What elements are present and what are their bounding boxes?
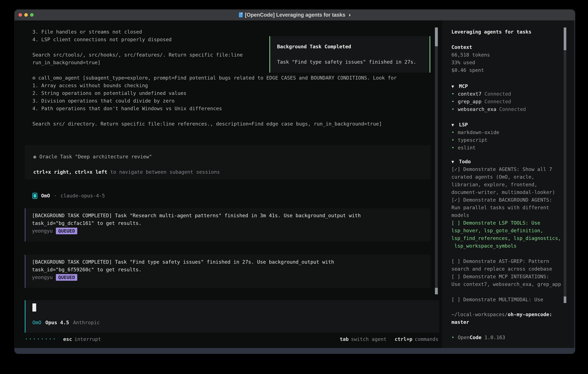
transcript-line	[32, 112, 433, 120]
status-badge: QUEUED	[56, 228, 77, 234]
mcp-section: ▼MCP •context7 Connected •grep_app Conne…	[452, 83, 564, 113]
context-header: Context	[452, 43, 564, 51]
session-title: Leveraging agents for tasks	[452, 28, 564, 36]
mcp-item-status-text: Connected	[499, 106, 526, 112]
todo-line: Use context7, websearch_exa, grep_app	[452, 280, 564, 288]
task-message-line1: [BACKGROUND TASK COMPLETED] Task "Resear…	[32, 212, 430, 219]
mcp-item-name: context7	[458, 91, 482, 97]
separator-dot: ·	[54, 192, 57, 200]
oracle-hint: ctrl+x right, ctrl+x left to navigate be…	[33, 168, 430, 176]
agent-name: OmO	[41, 192, 50, 200]
todo-line: search and replace across codebase	[452, 265, 564, 273]
sidebar-scrollbar-thumb-lower[interactable]	[564, 296, 566, 303]
traffic-lights	[19, 13, 33, 17]
bullet-icon: •	[452, 144, 458, 152]
minimize-button[interactable]	[24, 13, 28, 17]
mcp-item: •grep_app Connected	[452, 98, 564, 105]
task-message-line2: task_id="bg_6f59260c" to get results.	[32, 266, 430, 273]
prompt-input[interactable]: OmO Opus 4.5 Anthropic	[25, 300, 439, 333]
bullet-icon: •	[452, 90, 458, 98]
transcript-line: 3. Division operations that could divide…	[32, 97, 433, 105]
todo-header[interactable]: ▼Todo	[452, 158, 564, 166]
task-message-card[interactable]: [BACKGROUND TASK COMPLETED] Task "Find t…	[25, 255, 430, 288]
main-scrollbar-thumb[interactable]	[435, 28, 438, 46]
bullet-icon: •	[452, 334, 458, 341]
model-row: OmO Opus 4.5 Anthropic	[32, 319, 100, 326]
mcp-item-status	[496, 106, 499, 112]
todo-line: [ ] Demonstrate MCP INTEGRATIONS:	[452, 273, 564, 280]
bullet-icon: •	[452, 98, 458, 105]
task-message-meta: yeongyu QUEUED	[32, 227, 430, 235]
bullet-icon: •	[452, 136, 458, 144]
chevron-down-icon: ▼	[452, 158, 459, 166]
chevron-down-icon: ▼	[452, 121, 459, 129]
context-tokens: 66,518 tokens	[452, 51, 564, 59]
status-bar: •••••••• esc interrupt tab switch agent …	[25, 335, 438, 343]
sidebar-scrollbar-thumb[interactable]	[564, 28, 566, 50]
oracle-hint-text: to navigate between subagent sessions	[107, 169, 220, 175]
context-used: 33% used	[452, 59, 564, 66]
task-message-line2: task_id="bg_dcfac161" to get results.	[32, 219, 430, 227]
terminal-window: [OpenCode] Leveraging agents for tasks ◑…	[14, 10, 575, 354]
mcp-item-status-text: Connected	[484, 91, 511, 97]
transcript-line: 4. Path operations that don't handle Win…	[32, 105, 433, 112]
todo-line: [✓] Demonstrate AGENTS: Show all 7	[452, 166, 564, 173]
oracle-hint-keys: ctrl+x right, ctrl+x left	[33, 169, 107, 175]
oracle-task-title: Oracle Task "Deep architecture review"	[39, 154, 152, 159]
mcp-item-name: grep_app	[458, 99, 482, 104]
mcp-item-name: websearch_exa	[458, 106, 496, 112]
status-badge: QUEUED	[56, 274, 77, 281]
input-model-name[interactable]: Opus 4.5	[45, 319, 69, 326]
zoom-button[interactable]	[30, 13, 33, 17]
spinner-dots-icon: ••••••••	[25, 337, 57, 341]
mcp-header[interactable]: ▼MCP	[452, 83, 564, 90]
todo-line: librarian, explore, frontend,	[452, 181, 564, 188]
mcp-item: •websearch_exa Connected	[452, 105, 564, 113]
status-left: •••••••• esc interrupt	[25, 336, 101, 342]
input-provider-name: Anthropic	[73, 319, 100, 326]
workspace-block: ~/local-workspaces/oh-my-opencode: maste…	[452, 311, 564, 326]
session-busy-icon: ◑	[348, 12, 351, 18]
task-message-meta: yeongyu QUEUED	[32, 273, 430, 281]
lsp-item-name: typescript	[458, 137, 487, 143]
oracle-spacer	[33, 161, 430, 168]
sidebar-title-block: Leveraging agents for tasks	[452, 28, 564, 36]
bullet-icon: •	[452, 129, 458, 136]
todo-header-label: Todo	[459, 159, 471, 165]
lsp-header[interactable]: ▼LSP	[452, 121, 564, 129]
background-task-notification: Background Task Completed Task "Find typ…	[269, 36, 430, 73]
sidebar-scrollbar-track[interactable]	[564, 28, 566, 303]
main-scrollbar-track[interactable]	[435, 28, 438, 294]
todo-line: curated agents (OmO, oracle,	[452, 173, 564, 181]
close-button[interactable]	[19, 13, 22, 17]
lsp-header-label: LSP	[459, 122, 468, 128]
notification-spacer	[277, 51, 430, 58]
task-message-card[interactable]: [BACKGROUND TASK COMPLETED] Task "Resear…	[25, 208, 430, 241]
workspace-path: ~/local-workspaces/oh-my-opencode:	[452, 311, 564, 318]
version-line: •OpenCode 1.0.163	[452, 334, 564, 341]
agent-header: OmO · claude-opus-4-5	[32, 192, 105, 200]
notification-body: Task "Find type safety issues" finished …	[277, 58, 430, 66]
oracle-task-card[interactable]: ◉Oracle Task "Deep architecture review" …	[25, 145, 430, 179]
mcp-item: •context7 Connected	[452, 90, 564, 98]
oracle-task-title-row: ◉Oracle Task "Deep architecture review"	[33, 153, 430, 161]
todo-line-active: [ ] Demonstrate LSP TOOLS: Use	[452, 219, 564, 227]
version-number: 1.0.163	[484, 334, 505, 340]
agent-status-icon	[32, 193, 37, 199]
lsp-item-name: markdown-oxide	[458, 129, 499, 135]
todo-line-active: lsp_find_references, lsp_diagnostics,	[452, 234, 564, 242]
todo-line: models	[452, 211, 564, 219]
ctrlp-key-hint: ctrl+p	[395, 336, 412, 342]
titlebar[interactable]: [OpenCode] Leveraging agents for tasks ◑	[14, 10, 575, 21]
workspace-path-dim: ~/local-workspaces/	[452, 312, 508, 317]
workspace-branch: master	[452, 318, 564, 326]
notification-title: Background Task Completed	[277, 43, 430, 51]
window-title: [OpenCode] Leveraging agents for tasks ◑	[239, 12, 351, 18]
gear-icon: ⚙	[32, 75, 35, 81]
main-scrollbar-thumb-lower[interactable]	[435, 288, 438, 294]
tab-key-label: switch agent	[351, 336, 387, 342]
todo-line: [ ] Demonstrate MULTIMODAL: Use	[452, 296, 564, 303]
lsp-section: ▼LSP •markdown-oxide •typescript •eslint	[452, 121, 564, 152]
lsp-item: •eslint	[452, 144, 564, 152]
version-name-dim: Open	[458, 334, 470, 340]
